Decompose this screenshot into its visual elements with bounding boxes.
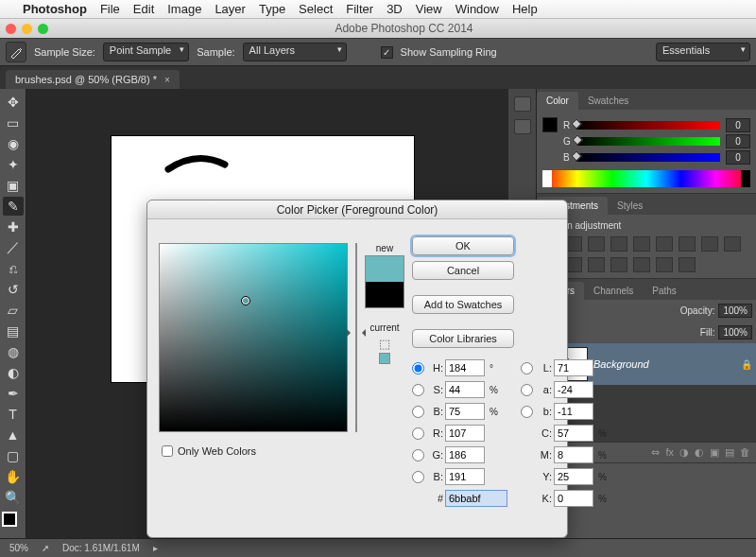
g-value[interactable]: 0 [726,134,750,148]
adj-threshold-icon[interactable] [633,257,650,272]
clone-stamp-tool[interactable]: ⎌ [3,259,24,278]
tab-styles[interactable]: Styles [608,197,652,215]
c-field[interactable] [554,425,593,442]
sample-select[interactable]: All Layers [243,43,347,61]
pen-tool[interactable]: ✒ [3,384,24,403]
h-field[interactable] [445,359,485,376]
layer-fx-icon[interactable]: fx [665,446,674,459]
new-layer-icon[interactable]: ▤ [725,446,734,459]
websafe-swatch[interactable] [379,353,390,364]
history-brush-tool[interactable]: ↺ [3,280,24,299]
new-adjustment-icon[interactable]: ◐ [695,446,704,459]
menu-edit[interactable]: Edit [133,2,154,16]
r-slider[interactable] [576,121,720,130]
spectrum-ramp[interactable] [542,170,750,187]
bb-radio[interactable] [521,406,533,418]
new-group-icon[interactable]: ▣ [710,446,719,459]
a-field[interactable] [554,381,593,398]
opacity-field[interactable]: 100% [718,304,752,318]
new-current-swatch[interactable] [365,255,404,308]
status-arrow-icon[interactable]: ➚ [42,543,49,553]
r-value[interactable]: 0 [726,118,750,132]
only-web-colors-checkbox[interactable]: Only Web Colors [162,445,348,457]
adj-selective-icon[interactable] [679,257,696,272]
sample-size-select[interactable]: Point Sample [103,43,189,61]
magic-wand-tool[interactable]: ✦ [3,155,24,174]
adj-posterize-icon[interactable] [610,257,627,272]
foreground-color-swatch[interactable] [2,512,17,527]
fill-field[interactable]: 100% [718,325,752,339]
hand-tool[interactable]: ✋ [3,467,24,486]
workspace-switcher[interactable]: Essentials [656,43,750,61]
menu-3d[interactable]: 3D [387,2,403,16]
l-radio[interactable] [521,362,533,374]
adj-hue-icon[interactable] [656,236,673,252]
status-chevron-icon[interactable]: ▸ [153,543,158,553]
saturation-value-field[interactable] [159,243,348,432]
adj-bw-icon[interactable] [701,236,718,252]
g-field[interactable] [445,446,485,463]
m-field[interactable] [554,446,593,463]
window-zoom-button[interactable] [38,24,48,34]
a-radio[interactable] [521,384,533,396]
delete-layer-icon[interactable]: 🗑 [740,446,750,459]
menu-file[interactable]: File [100,2,120,16]
bv-field[interactable] [445,403,485,420]
g-slider[interactable] [576,137,720,146]
b-radio[interactable] [412,471,424,483]
g-radio[interactable] [412,449,424,461]
adj-photo-filter-icon[interactable] [724,236,741,252]
add-mask-icon[interactable]: ◑ [679,446,689,459]
color-libraries-button[interactable]: Color Libraries [412,329,514,348]
adj-exposure-icon[interactable] [610,236,627,252]
link-layers-icon[interactable]: ⇔ [651,446,660,459]
h-radio[interactable] [412,362,424,374]
adj-colorbalance-icon[interactable] [679,236,696,252]
bv-radio[interactable] [412,406,424,418]
move-tool[interactable]: ✥ [3,93,24,112]
tab-paths[interactable]: Paths [643,282,686,300]
close-tab-icon[interactable]: × [164,75,170,85]
show-sampling-ring-checkbox[interactable]: ✓ [381,46,393,59]
rectangle-tool[interactable]: ▢ [3,446,24,465]
macos-menubar[interactable]: Photoshop File Edit Image Layer Type Sel… [0,0,756,19]
k-field[interactable] [554,490,593,507]
menu-layer[interactable]: Layer [215,2,246,16]
sv-cursor-icon[interactable] [241,296,250,305]
tab-swatches[interactable]: Swatches [578,92,638,110]
hue-slider[interactable] [355,243,357,432]
document-tab[interactable]: brushes.psd @ 50% (RGB/8) * × [6,70,180,89]
type-tool[interactable]: T [3,405,24,424]
menu-view[interactable]: View [416,2,442,16]
doc-size[interactable]: Doc: 1.61M/1.61M [62,543,140,553]
hex-field[interactable] [445,490,507,507]
menu-window[interactable]: Window [455,2,499,16]
zoom-level[interactable]: 50% [9,543,28,553]
b-value[interactable]: 0 [726,150,750,165]
b-slider[interactable] [576,153,720,162]
cancel-button[interactable]: Cancel [412,261,514,280]
new-color-swatch[interactable] [366,256,404,282]
zoom-tool[interactable]: 🔍 [3,488,24,507]
b-field[interactable] [445,468,485,485]
menu-filter[interactable]: Filter [346,2,373,16]
gamut-warning-icon[interactable]: ⬚ [365,337,404,351]
path-selection-tool[interactable]: ▲ [3,426,24,444]
y-field[interactable] [554,468,593,485]
eyedropper-tool[interactable]: ✎ [3,197,24,216]
adj-gradient-map-icon[interactable] [656,257,673,272]
ok-button[interactable]: OK [412,236,514,255]
window-close-button[interactable] [6,24,16,34]
l-field[interactable] [554,359,593,376]
s-field[interactable] [445,381,485,398]
r-field[interactable] [445,425,485,442]
eraser-tool[interactable]: ▱ [3,301,24,320]
menu-help[interactable]: Help [512,2,538,16]
current-color-swatch[interactable] [366,282,404,307]
brush-tool[interactable]: ／ [3,238,24,257]
gradient-tool[interactable]: ▤ [3,322,24,340]
add-to-swatches-button[interactable]: Add to Swatches [412,295,514,314]
foreground-background-colors[interactable] [2,512,25,534]
dock-icon[interactable] [514,119,531,134]
marquee-tool[interactable]: ▭ [3,113,24,132]
